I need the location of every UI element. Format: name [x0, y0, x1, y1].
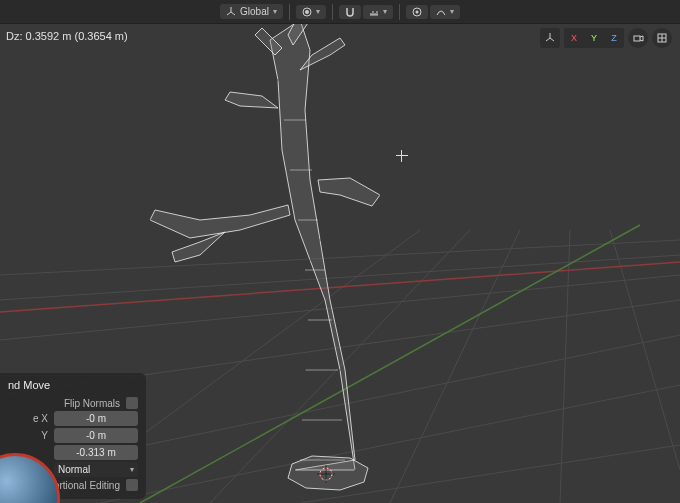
view-camera-button[interactable]: [628, 28, 648, 48]
axis-x-button[interactable]: X: [564, 28, 584, 48]
svg-point-48: [415, 10, 418, 13]
svg-marker-15: [288, 456, 368, 490]
flip-normals-label: Flip Normals: [64, 398, 120, 409]
orientation-label: Global: [240, 6, 269, 17]
axes-icon: [226, 7, 236, 17]
magnet-icon: [345, 7, 355, 17]
svg-line-0: [0, 255, 680, 300]
svg-marker-19: [225, 92, 278, 108]
falloff-smooth-icon: [436, 7, 446, 17]
gizmo-arrows-icon: [544, 32, 556, 44]
snap-increment-icon: [369, 7, 379, 17]
viewport-header: Global ▾ ▾ ▾ ▾: [0, 0, 680, 24]
chevron-down-icon: ▾: [273, 7, 277, 16]
chevron-down-icon: ▾: [130, 465, 134, 474]
svg-point-33: [339, 369, 341, 371]
svg-point-39: [149, 219, 151, 221]
move-y-label: Y: [41, 430, 48, 441]
svg-point-40: [379, 194, 381, 196]
svg-rect-49: [634, 36, 640, 41]
svg-marker-18: [318, 178, 380, 206]
gizmo-toggle[interactable]: [540, 28, 560, 48]
chevron-down-icon: ▾: [383, 7, 387, 16]
camera-icon: [632, 32, 644, 44]
proportional-editing-checkbox[interactable]: [126, 479, 138, 491]
svg-point-37: [277, 79, 279, 81]
operator-title: nd Move: [8, 379, 138, 391]
move-y-field[interactable]: -0 m: [54, 428, 138, 443]
viewport-gizmo-bar: X Y Z: [540, 28, 672, 48]
move-x-field[interactable]: -0 m: [54, 411, 138, 426]
proportional-editing-toggle[interactable]: [406, 5, 428, 19]
orientation-value: Normal: [58, 464, 90, 475]
svg-point-34: [304, 369, 306, 371]
proportional-icon: [412, 7, 422, 17]
snap-mode-dropdown[interactable]: ▾: [363, 5, 393, 19]
svg-point-36: [319, 239, 321, 241]
svg-line-4: [100, 385, 680, 503]
flip-normals-checkbox[interactable]: [126, 397, 138, 409]
axis-y-button[interactable]: Y: [584, 28, 604, 48]
svg-marker-14: [270, 20, 355, 470]
svg-point-32: [354, 469, 356, 471]
snap-toggle[interactable]: [339, 5, 361, 19]
svg-line-1: [0, 275, 680, 340]
svg-point-45: [305, 10, 309, 14]
grid-icon: [656, 32, 668, 44]
chevron-down-icon: ▾: [316, 7, 320, 16]
pivot-point-dropdown[interactable]: ▾: [296, 5, 326, 19]
chevron-down-icon: ▾: [450, 7, 454, 16]
axis-z-button[interactable]: Z: [604, 28, 624, 48]
svg-marker-16: [150, 205, 290, 238]
move-x-label: e X: [33, 413, 48, 424]
svg-line-9: [390, 230, 520, 503]
cursor-crosshair: [396, 150, 408, 162]
pivot-icon: [302, 7, 312, 17]
proportional-falloff-dropdown[interactable]: ▾: [430, 5, 460, 19]
move-z-field[interactable]: -0.313 m: [54, 445, 138, 460]
view-perspective-button[interactable]: [652, 28, 672, 48]
svg-point-31: [294, 469, 296, 471]
orientation-select[interactable]: Normal ▾: [54, 462, 138, 477]
transform-orientation-dropdown[interactable]: Global ▾: [220, 4, 283, 19]
transform-delta-readout: Dz: 0.3592 m (0.3654 m): [6, 30, 128, 42]
svg-point-35: [309, 259, 311, 261]
